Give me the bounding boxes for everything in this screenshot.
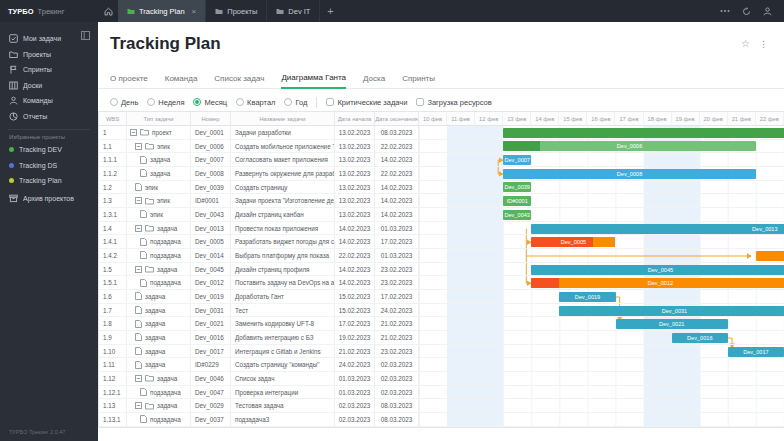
sidebar-item-reports[interactable]: Отчеты <box>0 109 98 125</box>
table-row[interactable]: 1 проект Dev_0001 Задачи разработки 13.0… <box>99 126 784 140</box>
radio-icon[interactable] <box>147 98 155 106</box>
sidebar-item-tracking-dev[interactable]: Tracking DEV <box>0 142 98 158</box>
new-tab-button[interactable]: + <box>320 0 340 22</box>
scale-option-day[interactable]: День <box>110 98 138 107</box>
scale-option-year[interactable]: Год <box>284 98 307 107</box>
table-row[interactable]: 1.6 задача Dev_0019 Доработать Гант 15.0… <box>99 290 784 304</box>
checkbox-icon[interactable] <box>416 98 424 106</box>
user-button[interactable] <box>763 7 772 16</box>
gantt-bar[interactable]: Dev_0007 <box>503 155 531 165</box>
collapse-icon[interactable] <box>130 129 137 136</box>
column-header-type[interactable]: Тип задачи <box>127 112 191 126</box>
collapse-icon[interactable] <box>135 375 142 382</box>
table-row[interactable]: 1.12 задача Dev_0046 Список задач 01.03.… <box>99 372 784 386</box>
scale-option-quarter[interactable]: Квартал <box>236 98 275 107</box>
gantt-bar[interactable]: Dev_0006 <box>503 141 756 151</box>
gantt-day-header-row: 10 фев11 фев12 фев13 фев14 фев15 фев16 ф… <box>419 112 784 126</box>
gantt-bar[interactable]: Dev_0005 <box>531 237 615 247</box>
table-row[interactable]: 1.12.1 подзадача Dev_0047 Проверка интег… <box>99 386 784 400</box>
gantt-bar[interactable]: Dev_0017 <box>728 347 784 357</box>
table-row[interactable]: 1.10 задача Dev_0017 Интеграция с Gitlab… <box>99 345 784 359</box>
gantt-bar[interactable] <box>756 251 784 261</box>
sidebar-item-teams[interactable]: Команды <box>0 93 98 109</box>
table-row[interactable]: 1.11 задача ID#0229 Создать страницу "ко… <box>99 358 784 372</box>
tab-about[interactable]: О проекте <box>110 74 148 88</box>
toggle-resource-load[interactable]: Загрузка ресурсов <box>416 98 491 107</box>
gantt-day-label: 22 фев <box>756 112 784 126</box>
page-title: Tracking Plan <box>110 34 221 54</box>
bar-label: Dev_0017 <box>743 349 769 355</box>
sidebar-item-tracking-plan[interactable]: Tracking Plan <box>0 173 98 189</box>
collapse-icon[interactable] <box>135 143 142 150</box>
tab-task-list[interactable]: Список задач <box>214 74 264 88</box>
kebab-menu-icon[interactable]: ⋮ <box>759 39 768 49</box>
gantt-bar[interactable]: Dev_0013 <box>531 224 784 234</box>
column-header-number[interactable]: Номер <box>191 112 231 126</box>
sidebar-item-sprints[interactable]: Спринты <box>0 62 98 78</box>
column-header-end[interactable]: Дата окончания <box>375 112 419 126</box>
scale-option-month[interactable]: Месяц <box>193 98 227 107</box>
project-tab-dev-it[interactable]: Dev IT <box>267 0 320 22</box>
collapse-icon[interactable] <box>135 197 142 204</box>
sidebar-item-tracking-ds[interactable]: Tracking DS <box>0 158 98 174</box>
table-row[interactable]: 1.8 задача Dev_0021 Заменить кодировку U… <box>99 317 784 331</box>
gantt-bar[interactable]: Dev_0016 <box>672 333 728 343</box>
tab-board[interactable]: Доска <box>363 74 385 88</box>
sidebar-item-boards[interactable]: Доски <box>0 78 98 94</box>
table-row[interactable]: 1.5 задача Dev_0045 Дизайн страниц профи… <box>99 263 784 277</box>
favorite-star-icon[interactable]: ☆ <box>741 38 750 49</box>
table-row[interactable]: 1.1 эпик Dev_0006 Создать мобильное прил… <box>99 140 784 154</box>
scale-option-week[interactable]: Неделя <box>147 98 184 107</box>
table-row[interactable]: 1.2 эпик Dev_0039 Создать страницу 13.02… <box>99 181 784 195</box>
table-row[interactable]: 1.4.2 подзадача Dev_0014 Выбрать платфор… <box>99 249 784 263</box>
gantt-bar[interactable]: ID#0001 <box>503 196 531 206</box>
refresh-button[interactable] <box>742 7 751 16</box>
table-row[interactable]: 1.1.1 задача Dev_0007 Согласовать макет … <box>99 153 784 167</box>
project-tab-tracking-plan[interactable]: Tracking Plan × <box>118 0 206 22</box>
gantt-bar[interactable]: Dev_0043 <box>503 210 531 220</box>
gantt-bar[interactable]: Dev_0021 <box>616 319 728 329</box>
sidebar-item-archive[interactable]: Архив проектов <box>0 191 98 207</box>
close-icon[interactable]: × <box>192 7 197 16</box>
gantt-bar[interactable]: Dev_0039 <box>503 182 531 192</box>
gantt-row-canvas <box>419 249 784 262</box>
checkbox-icon[interactable] <box>326 98 334 106</box>
table-row[interactable]: 1.4 задача Dev_0013 Провести показ прило… <box>99 222 784 236</box>
table-row[interactable]: 1.3 эпик ID#0001 Задачи проекта "Изготов… <box>99 194 784 208</box>
tab-team[interactable]: Команда <box>165 74 198 88</box>
sidebar-collapse-button[interactable] <box>81 26 90 44</box>
scale-label: Месяц <box>204 98 227 107</box>
project-tab-projects[interactable]: Проекты <box>206 0 267 22</box>
tab-gantt[interactable]: Диаграмма Ганта <box>281 73 346 89</box>
table-row[interactable]: 1.13 задача Dev_0029 Тестовая задача 02.… <box>99 399 784 413</box>
column-header-wbs[interactable]: WBS <box>99 112 127 126</box>
home-button[interactable] <box>98 0 118 22</box>
tab-sprints[interactable]: Спринты <box>402 74 435 88</box>
table-row[interactable]: 1.1.2 задача Dev_0008 Развернуть окружен… <box>99 167 784 181</box>
radio-icon[interactable] <box>110 98 118 106</box>
table-row[interactable]: 1.4.1 подзадача Dev_0005 Разработать вид… <box>99 235 784 249</box>
column-header-name[interactable]: Название задачи <box>231 112 335 126</box>
radio-icon[interactable] <box>236 98 244 106</box>
collapse-icon[interactable] <box>135 266 142 273</box>
gantt-bar[interactable]: Dev_0019 <box>559 292 615 302</box>
collapse-icon[interactable] <box>135 402 142 409</box>
cell-number: Dev_0043 <box>191 208 231 221</box>
gantt-bar[interactable]: Dev_0031 <box>559 306 784 316</box>
gantt-bar[interactable]: Dev_0012 <box>531 278 784 288</box>
table-row[interactable]: 1.5.1 подзадача Dev_0012 Поставить задач… <box>99 276 784 290</box>
more-button[interactable] <box>720 9 730 13</box>
gantt-bar[interactable]: Dev_0008 <box>503 169 756 179</box>
toggle-critical-tasks[interactable]: Критические задачи <box>326 98 407 107</box>
gantt-bar[interactable] <box>503 128 784 138</box>
table-row[interactable]: 1.3.1 эпик Dev_0043 Дизайн страниц канба… <box>99 208 784 222</box>
collapse-icon[interactable] <box>135 225 142 232</box>
table-row[interactable]: 1.9 задача Dev_0016 Добавить интеграцию … <box>99 331 784 345</box>
sidebar-item-projects[interactable]: Проекты <box>0 47 98 63</box>
column-header-start[interactable]: Дата начала <box>335 112 375 126</box>
radio-icon[interactable] <box>284 98 292 106</box>
gantt-bar[interactable]: Dev_0045 <box>531 265 784 275</box>
radio-icon-selected[interactable] <box>193 98 201 106</box>
table-row[interactable]: 1.13.1 подзадача Dev_0037 подзадача3 02.… <box>99 413 784 427</box>
table-row[interactable]: 1.7 задача Dev_0031 Тест 15.02.2023 24.0… <box>99 304 784 318</box>
